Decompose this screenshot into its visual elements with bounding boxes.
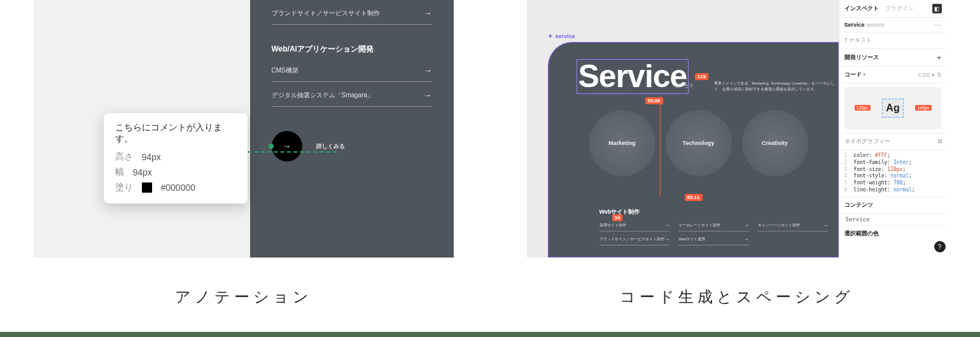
label: 高さ [115,151,133,163]
menu-item[interactable]: デジタル抽選システム「Smagara」 → [272,82,432,107]
menu-label: CMS構築 [272,66,298,75]
design-canvas[interactable]: service Service サービス 事業ドメインである「Marketing… [527,0,839,258]
annotation-comment: こちらにコメントが入ります。 [115,122,236,145]
typography-heading: タイポグラフィー ⧉ [839,134,947,150]
annotation-panel: ブランドサイト／サービスサイト制作 → Web/AIアプリケーション開発 CMS… [25,0,461,307]
footer-bar [0,332,980,337]
arrow-right-icon: → [424,9,432,18]
cta-row: → 詳しくみる [272,131,432,162]
layer-name: service [866,22,885,28]
service-link[interactable]: 採用サイト制作→ [599,220,670,231]
label: 塗り [115,182,133,193]
annotation-leader-line [248,151,337,153]
layer-name-row: Service service ··· [839,18,947,32]
plus-icon[interactable]: + [937,53,942,62]
service-link[interactable]: キャンペーンサイト制作→ [758,220,829,231]
ag-sample: Ag [882,99,904,118]
codegen-panel: service Service サービス 事業ドメインである「Marketing… [519,0,955,307]
value: #000000 [161,182,196,193]
spacing-badge: 119 [695,73,708,80]
copy-icon[interactable]: ⧉ [938,138,942,145]
typography-preview: 120px Ag 145px [844,87,942,129]
circle-creativity: Creativity [742,110,808,176]
color-swatch [142,182,152,193]
settings-icon[interactable]: ⇅ [937,72,942,78]
more-icon[interactable]: ··· [935,22,942,28]
service-desc: 事業ドメインである「Marketing, Technology, Creativ… [714,81,835,92]
size-badge-right: 145px [915,105,931,111]
arrow-right-icon: → [424,91,432,100]
panel-toggle-icon[interactable]: ◧ [932,4,942,13]
service-link[interactable]: コーポレートサイト制作→ [678,220,749,231]
help-icon[interactable]: ? [934,241,946,252]
value: 94px [142,152,161,162]
menu-item[interactable]: CMS構築 → [272,57,432,82]
annotation-screenshot: ブランドサイト／サービスサイト制作 → Web/AIアプリケーション開発 CMS… [34,0,454,258]
code-lang[interactable]: CSS [918,72,930,78]
arrow-right-icon: → [744,237,749,242]
service-frame[interactable]: Service サービス 事業ドメインである「Marketing, Techno… [548,42,839,258]
arrow-right-icon: → [744,223,749,228]
annotation-height: 高さ 94px [115,151,236,163]
value: 94px [133,167,152,177]
service-link[interactable]: Webサイト運用→ [678,234,749,245]
annotation-fill: 塗り #000000 [115,182,236,193]
menu-label: ブランドサイト／サービスサイト制作 [272,9,380,18]
content-heading: コンテンツ [839,197,947,214]
annotation-width: 幅 94px [115,167,236,178]
cta-button[interactable]: → [272,131,302,162]
section-heading: Web/AIアプリケーション開発 [272,44,432,55]
tab-inspect[interactable]: インスペクト [844,5,879,11]
cta-label: 詳しくみる [316,142,345,151]
dark-content-column: ブランドサイト／サービスサイト制作 → Web/AIアプリケーション開発 CMS… [250,0,454,258]
menu-item[interactable]: ブランドサイト／サービスサイト制作 → [272,0,432,25]
codegen-screenshot: service Service サービス 事業ドメインである「Marketing… [527,0,947,258]
dev-resources-row: 開発リソース + [839,49,947,67]
service-link[interactable]: ブランドサイト／サービスサイト制作→ [599,234,670,245]
caption-right: コード生成とスペーシング [620,287,854,307]
arrow-right-icon: → [283,141,291,151]
menu-label: デジタル抽選システム「Smagara」 [272,91,374,100]
text-type-row: T テキスト [839,32,947,49]
devres-label: 開発リソース [844,53,879,62]
arrow-right-icon: → [664,237,669,242]
circle-marketing: Marketing [589,110,655,176]
frame-label[interactable]: service [548,33,575,39]
annotation-card[interactable]: こちらにコメントが入ります。 高さ 94px 幅 94px 塗り #000000 [104,113,248,203]
caption-left: アノテーション [175,287,312,307]
layer-type: Service [844,22,865,28]
service-links: Webサイト制作 採用サイト制作→ コーポレートサイト制作→ キャンペーンサイト… [599,208,829,245]
service-sub: サービス [676,83,694,89]
text-label: テキスト [849,37,872,43]
inspector-sidebar: インスペクト プラグイン ◧ Service service ··· T テキス… [839,0,947,258]
inspector-tabs: インスペクト プラグイン ◧ [839,0,947,18]
content-value[interactable]: Service [839,214,947,226]
tab-plugin[interactable]: プラグイン [885,5,914,11]
css-code-list[interactable]: 1 color: #FFF; 2 font-family: Inter; 3 f… [839,150,947,197]
links-heading: Webサイト制作 [599,208,829,216]
arrow-right-icon: → [424,66,432,75]
service-title[interactable]: Service [577,59,689,94]
size-badge-left: 120px [855,105,871,111]
circle-technology: Technology [666,110,732,176]
code-row: コード ▾ CSS ▾ ⇅ [839,67,947,83]
code-label: コード [844,71,862,78]
spacing-badge: 85.11 [685,194,703,201]
arrow-right-icon: → [823,223,828,228]
arrow-right-icon: → [664,223,669,228]
frame-name: service [556,33,575,39]
selection-color-heading: 選択範囲の色 [839,226,947,242]
label: 幅 [115,167,124,178]
feature-circles: Marketing Technology Creativity [589,110,808,176]
